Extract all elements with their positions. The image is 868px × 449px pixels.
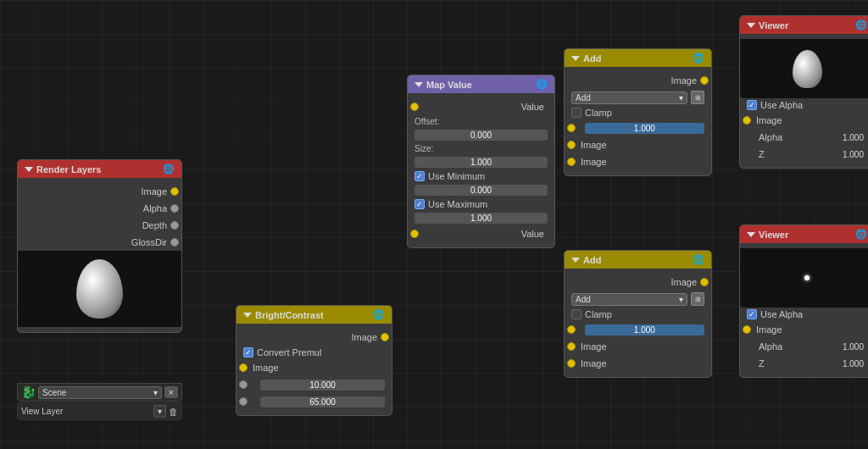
bright-contrast-header[interactable]: Bright/Contrast 🌐	[236, 306, 392, 324]
add-bottom-image1-label: Image	[581, 341, 704, 352]
bc-bright-socket[interactable]	[239, 380, 248, 389]
mv-size-input[interactable]	[415, 157, 548, 168]
bc-contrast-input[interactable]	[260, 396, 385, 407]
add-bottom-clamp-row: Clamp	[565, 308, 711, 321]
viewer-bottom-use-alpha-checkbox[interactable]: ✓	[747, 309, 757, 319]
mv-use-maximum-label: Use Maximum	[428, 199, 487, 209]
viewer-bottom-thumbnail	[740, 248, 868, 308]
add-top-image1-socket[interactable]	[567, 141, 576, 149]
scene-dropdown-arrow: ▾	[153, 388, 158, 397]
mv-max-input[interactable]	[415, 213, 548, 224]
bc-image-out-row: Image	[236, 329, 392, 346]
add-bottom-dropdown[interactable]: Add ▾	[571, 293, 687, 306]
scene-bar: 🐉 Scene ▾ ×	[17, 383, 182, 402]
mv-offset-input[interactable]	[415, 130, 548, 141]
add-bottom-header[interactable]: Add 🌐	[565, 251, 711, 269]
viewer-bottom-use-alpha-label: Use Alpha	[760, 309, 803, 319]
bc-triangle	[243, 313, 252, 318]
render-layers-image-row: Image	[18, 183, 181, 200]
add-bottom-image-out-row: Image	[565, 274, 711, 291]
add-top-body: Image Add ▾ ⊞ Clamp Image Ima	[565, 67, 711, 175]
viewer-top-image-socket[interactable]	[743, 116, 751, 125]
mv-use-minimum-row: ✓ Use Minimum	[408, 169, 554, 183]
mv-min-input[interactable]	[415, 185, 548, 196]
add-bottom-image1-socket[interactable]	[567, 342, 576, 351]
viewer-bottom-header[interactable]: Viewer 🌐	[740, 225, 868, 243]
add-bottom-settings-icon[interactable]: ⊞	[691, 292, 704, 306]
depth-output-socket[interactable]	[170, 221, 179, 230]
viewer-bottom-alpha-row: Alpha 1.000	[740, 338, 868, 355]
add-bottom-fac-socket[interactable]	[567, 325, 576, 334]
mv-offset-field-row	[408, 128, 554, 142]
add-top-image2-socket[interactable]	[567, 158, 576, 166]
add-bottom-image-output-socket[interactable]	[700, 278, 709, 286]
viewer-bottom-image-label: Image	[756, 324, 867, 335]
glossdir-output-socket[interactable]	[170, 238, 179, 247]
bc-contrast-row	[236, 393, 392, 410]
mv-value-in-row: Value	[408, 98, 554, 115]
add-top-dropdown-arrow: ▾	[679, 93, 683, 103]
add-top-dropdown[interactable]: Add ▾	[571, 91, 687, 104]
close-button[interactable]: ×	[164, 386, 178, 398]
viewer-top-use-alpha-row: ✓ Use Alpha	[740, 98, 868, 112]
map-value-title: Map Value	[426, 80, 472, 90]
viewer-bottom-dot	[804, 275, 810, 280]
alpha-output-socket[interactable]	[170, 204, 179, 213]
viewer-top-triangle	[747, 23, 755, 28]
render-layers-header[interactable]: Render Layers 🌐	[18, 160, 181, 178]
bc-image-input-socket[interactable]	[239, 363, 248, 372]
viewer-bottom-alpha-label: Alpha	[747, 341, 843, 352]
mv-use-minimum-checkbox[interactable]: ✓	[415, 171, 425, 181]
image-output-socket[interactable]	[170, 187, 179, 196]
viewer-bottom-image-socket[interactable]	[743, 325, 751, 334]
add-top-image1-label: Image	[581, 140, 704, 150]
mv-size-field-row	[408, 155, 554, 169]
bright-contrast-body: Image ✓ Convert Premul Image	[236, 324, 392, 415]
mv-globe-icon: 🌐	[536, 79, 548, 90]
add-bottom-node: Add 🌐 Image Add ▾ ⊞ Clamp Image	[564, 250, 712, 378]
add-bottom-body: Image Add ▾ ⊞ Clamp Image Image	[565, 269, 711, 377]
render-layers-node: Render Layers 🌐 Image Alpha Depth GlossD…	[17, 159, 182, 333]
bc-image-output-socket[interactable]	[381, 333, 389, 341]
add-bottom-clamp-checkbox[interactable]	[571, 309, 581, 319]
render-layers-thumbnail	[18, 251, 181, 327]
add-top-clamp-checkbox[interactable]	[571, 108, 581, 118]
bc-globe-icon: 🌐	[373, 309, 385, 320]
add-top-image-output-socket[interactable]	[700, 76, 709, 85]
add-bottom-image-out-label: Image	[571, 277, 700, 287]
add-bottom-fac-input[interactable]	[585, 324, 704, 335]
map-value-body: Value Offset: Size: ✓ Use Minimum ✓ Use …	[408, 93, 554, 247]
bc-contrast-socket[interactable]	[239, 397, 248, 406]
viewer-top-header[interactable]: Viewer 🌐	[740, 16, 868, 34]
bc-bright-input[interactable]	[260, 380, 385, 391]
add-top-image2-label: Image	[581, 157, 704, 167]
scene-dropdown-selector[interactable]: Scene ▾	[38, 386, 162, 399]
bc-convert-row: ✓ Convert Premul	[236, 346, 392, 359]
mv-value-input-socket[interactable]	[410, 103, 419, 111]
add-bottom-image2-socket[interactable]	[567, 359, 576, 368]
add-top-fac-input[interactable]	[585, 123, 704, 134]
add-top-fac-socket[interactable]	[567, 124, 576, 132]
add-top-image-out-row: Image	[565, 72, 711, 89]
image-label: Image	[25, 186, 170, 197]
mv-use-minimum-label: Use Minimum	[428, 171, 485, 181]
viewer-top-alpha-value: 1.000	[843, 133, 867, 142]
add-top-fac-row	[565, 119, 711, 136]
render-layers-glossdir-row: GlossDir	[18, 234, 181, 251]
add-top-settings-icon[interactable]: ⊞	[691, 91, 704, 104]
bc-convert-checkbox[interactable]: ✓	[243, 347, 253, 358]
mv-value-output-socket[interactable]	[410, 230, 419, 238]
viewer-top-use-alpha-checkbox[interactable]: ✓	[747, 100, 757, 110]
add-bottom-image2-label: Image	[581, 358, 704, 369]
bc-image-in-row: Image	[236, 359, 392, 376]
add-top-header[interactable]: Add 🌐	[565, 49, 711, 67]
view-layer-trash-icon[interactable]: 🗑	[169, 407, 178, 417]
add-top-dropdown-row: Add ▾ ⊞	[565, 89, 711, 106]
map-value-header[interactable]: Map Value 🌐	[408, 75, 554, 93]
add-top-clamp-label: Clamp	[585, 108, 612, 118]
add-bottom-title: Add	[583, 255, 601, 265]
viewer-top-node: Viewer 🌐 ✓ Use Alpha Image Alpha 1.000 Z…	[739, 15, 868, 169]
viewer-top-alpha-label: Alpha	[747, 132, 843, 142]
mv-use-maximum-checkbox[interactable]: ✓	[415, 199, 425, 209]
view-layer-dropdown[interactable]: ▾	[153, 405, 166, 418]
